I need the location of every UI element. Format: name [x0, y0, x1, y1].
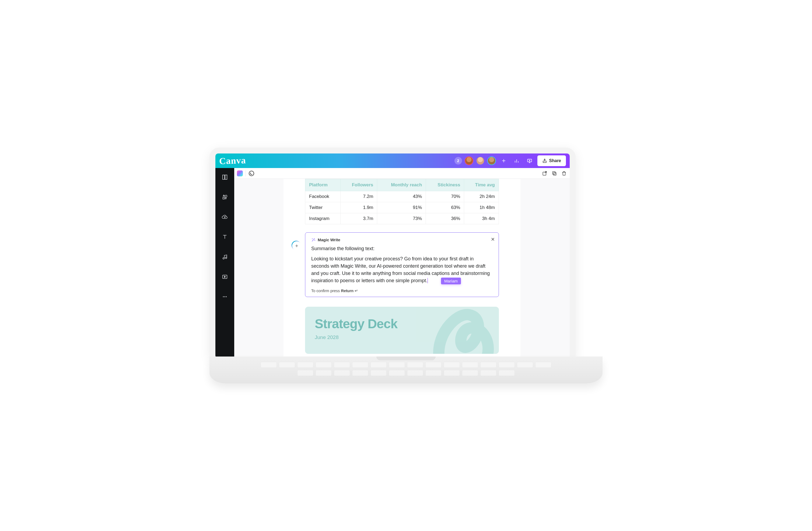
canvas-scroll[interactable]: Platform Followers Monthly reach Stickin…	[234, 179, 570, 358]
laptop-frame: Canva 2 Share	[209, 147, 576, 358]
cell[interactable]: Instagram	[305, 213, 340, 224]
effects-icon[interactable]	[248, 170, 255, 176]
cell[interactable]: 3.7m	[340, 213, 377, 224]
avatar[interactable]	[465, 156, 473, 165]
cell[interactable]: Twitter	[305, 202, 340, 213]
collaborator-cursor-tag: Mariam	[441, 278, 461, 284]
magic-wand-icon	[311, 238, 316, 242]
elements-icon[interactable]	[219, 192, 230, 202]
cell[interactable]: 63%	[426, 202, 464, 213]
svg-point-20	[223, 296, 224, 297]
svg-rect-24	[553, 172, 556, 175]
present-icon[interactable]	[524, 156, 535, 166]
svg-point-29	[315, 240, 315, 240]
audio-icon[interactable]	[219, 252, 230, 262]
text-caret	[427, 278, 428, 283]
table-header-row: Platform Followers Monthly reach Stickin…	[305, 179, 499, 191]
cell[interactable]: 36%	[426, 213, 464, 224]
share-label: Share	[549, 158, 561, 163]
trash-icon[interactable]	[561, 170, 567, 176]
app-screen: Canva 2 Share	[215, 154, 570, 358]
svg-marker-6	[529, 160, 530, 161]
keyboard-decoration	[261, 362, 551, 376]
uploads-icon[interactable]	[219, 212, 230, 223]
context-toolbar	[234, 168, 570, 179]
cell[interactable]: 43%	[377, 191, 426, 202]
plus-icon	[292, 241, 301, 250]
share-button[interactable]: Share	[537, 155, 566, 166]
svg-rect-25	[552, 172, 555, 174]
magic-write-title-row: Magic Write	[311, 238, 493, 242]
trackpad-notch	[376, 357, 436, 360]
magic-write-body-text: Looking to kickstart your creative proce…	[311, 256, 490, 283]
cell[interactable]: 70%	[426, 191, 464, 202]
more-icon[interactable]	[219, 291, 230, 302]
svg-point-13	[225, 195, 227, 197]
avatar[interactable]	[487, 156, 496, 165]
templates-icon[interactable]	[219, 172, 230, 183]
color-swatch[interactable]	[237, 170, 243, 176]
cell[interactable]: 1.9m	[340, 202, 377, 213]
export-icon[interactable]	[542, 170, 548, 176]
svg-point-17	[225, 257, 227, 259]
cell[interactable]: 91%	[377, 202, 426, 213]
collaborator-count[interactable]: 2	[454, 157, 462, 164]
magic-write-prompt[interactable]: Summarise the following text:	[311, 246, 493, 252]
cell[interactable]: 3h 4m	[464, 213, 499, 224]
app-header: Canva 2 Share	[215, 154, 570, 168]
th-stickiness: Stickiness	[426, 179, 464, 191]
text-icon[interactable]	[219, 232, 230, 242]
svg-point-22	[226, 296, 227, 297]
platform-metrics-table[interactable]: Platform Followers Monthly reach Stickin…	[305, 179, 499, 224]
canvas-area: Platform Followers Monthly reach Stickin…	[234, 168, 570, 358]
side-rail	[215, 168, 234, 358]
laptop-base	[209, 357, 603, 384]
canva-logo[interactable]: Canva	[219, 155, 246, 166]
th-followers: Followers	[340, 179, 377, 191]
avatar[interactable]	[476, 156, 484, 165]
app-body: Platform Followers Monthly reach Stickin…	[215, 168, 570, 358]
close-icon[interactable]: ✕	[491, 236, 495, 242]
table-row[interactable]: Instagram 3.7m 73% 36% 3h 4m	[305, 213, 499, 224]
cell[interactable]: Facebook	[305, 191, 340, 202]
svg-rect-10	[223, 175, 224, 180]
add-block-button[interactable]	[292, 241, 301, 250]
cell[interactable]: 7.2m	[340, 191, 377, 202]
add-collaborator-button[interactable]	[498, 156, 509, 166]
magic-write-body[interactable]: Looking to kickstart your creative proce…	[311, 255, 493, 284]
copy-icon[interactable]	[551, 170, 557, 176]
table-row[interactable]: Twitter 1.9m 91% 63% 1h 48m	[305, 202, 499, 213]
svg-point-21	[224, 296, 225, 297]
magic-write-panel[interactable]: ✕ Magic Write Summarise the following te…	[305, 232, 499, 297]
th-platform: Platform	[305, 179, 340, 191]
analytics-icon[interactable]	[511, 156, 522, 166]
circle-icon	[249, 171, 254, 176]
document[interactable]: Platform Followers Monthly reach Stickin…	[284, 179, 520, 358]
svg-rect-11	[225, 175, 227, 180]
table-row[interactable]: Facebook 7.2m 43% 70% 2h 24m	[305, 191, 499, 202]
th-monthly-reach: Monthly reach	[377, 179, 426, 191]
cell[interactable]: 73%	[377, 213, 426, 224]
svg-rect-12	[223, 197, 224, 199]
cell[interactable]: 1h 48m	[464, 202, 499, 213]
svg-marker-19	[224, 276, 226, 278]
magic-write-label: Magic Write	[318, 238, 340, 242]
confirm-hint: To confirm press Return ↵	[311, 289, 493, 293]
brush-decoration	[423, 307, 499, 354]
cell[interactable]: 2h 24m	[464, 191, 499, 202]
deck-card[interactable]: Strategy Deck June 2028	[305, 307, 499, 354]
th-time-avg: Time avg	[464, 179, 499, 191]
video-icon[interactable]	[219, 271, 230, 282]
